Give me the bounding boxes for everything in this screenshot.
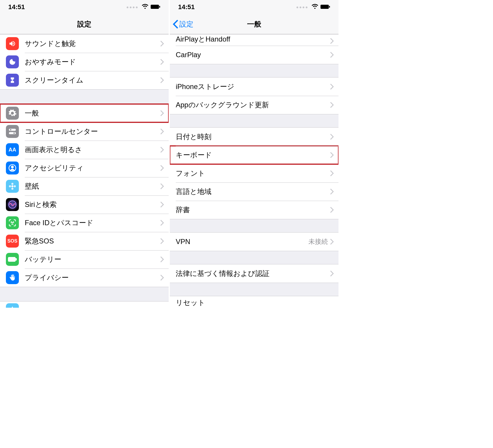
chevron-right-icon: [330, 207, 334, 213]
row-privacy[interactable]: プライバシー: [0, 269, 169, 287]
battery-icon: [6, 253, 19, 266]
wifi-icon: [311, 3, 318, 11]
nav-title: 一般: [247, 19, 261, 29]
row-legal[interactable]: 法律に基づく情報および認証: [170, 264, 338, 283]
row-label: 法律に基づく情報および認証: [176, 269, 330, 278]
toggles-icon: [6, 125, 19, 138]
row-storage[interactable]: iPhoneストレージ: [170, 78, 338, 96]
chevron-right-icon: [330, 152, 334, 158]
aa-icon: AA: [6, 143, 19, 156]
row-accessibility[interactable]: アクセシビリティ: [0, 159, 169, 177]
settings-group: [0, 301, 169, 308]
row-dnd[interactable]: おやすみモード: [0, 53, 169, 71]
row-language[interactable]: 言語と地域: [170, 182, 338, 201]
status-right: ●●●●: [296, 3, 330, 11]
row-keyboard[interactable]: キーボード: [170, 146, 338, 164]
group-gap: [170, 283, 338, 296]
chevron-right-icon: [160, 220, 164, 226]
chevron-right-icon: [330, 271, 334, 276]
row-display[interactable]: AA 画面表示と明るさ: [0, 141, 169, 159]
back-label: 設定: [179, 19, 193, 29]
row-wallpaper[interactable]: 壁紙: [0, 177, 169, 195]
svg-point-5: [14, 133, 15, 134]
nav-title: 設定: [77, 19, 91, 29]
svg-rect-2: [9, 129, 16, 131]
chevron-right-icon: [330, 84, 334, 90]
chevron-right-icon: [160, 202, 164, 207]
row-label: 日付と時刻: [176, 132, 330, 141]
row-faceid[interactable]: Face IDとパスコード: [0, 214, 169, 232]
svg-point-8: [11, 185, 14, 187]
row-label: おやすみモード: [25, 57, 160, 67]
person-icon: [6, 162, 19, 174]
phone-settings: 14:51 ●●●● 設定 サウンドと触覚 おやすみモード スクリーンタイム 一…: [0, 0, 169, 308]
chevron-right-icon: [160, 110, 164, 116]
svg-point-9: [11, 183, 14, 185]
chevron-right-icon: [160, 256, 164, 262]
chevron-right-icon: [160, 183, 164, 189]
chevron-right-icon: [330, 102, 334, 108]
general-group: AirPlayとHandoff CarPlay: [170, 34, 338, 64]
row-label: 言語と地域: [176, 187, 330, 196]
general-group: VPN 未接続: [170, 232, 338, 251]
row-label: スクリーンタイム: [25, 75, 160, 85]
gear-icon: [6, 107, 19, 120]
cellular-dots-icon: ●●●●: [296, 5, 308, 9]
row-airplay[interactable]: AirPlayとHandoff: [170, 34, 338, 46]
row-control-center[interactable]: コントロールセンター: [0, 122, 169, 141]
general-group: 法律に基づく情報および認証: [170, 264, 338, 283]
row-screentime[interactable]: スクリーンタイム: [0, 71, 169, 89]
chevron-right-icon: [160, 59, 164, 65]
row-label: iPhoneストレージ: [176, 82, 330, 91]
chevron-right-icon: [160, 275, 164, 281]
svg-point-10: [11, 188, 14, 190]
chevron-right-icon: [160, 238, 164, 244]
svg-point-7: [11, 166, 14, 168]
nav-bar: 設定: [0, 14, 169, 34]
row-dict[interactable]: 辞書: [170, 201, 338, 219]
row-sounds[interactable]: サウンドと触覚: [0, 34, 169, 53]
wifi-icon: [142, 3, 149, 11]
chevron-right-icon: [160, 147, 164, 153]
row-sos[interactable]: SOS 緊急SOS: [0, 232, 169, 250]
row-label: フォント: [176, 169, 330, 178]
row-label: Siriと検索: [25, 200, 160, 209]
battery-icon: [150, 3, 160, 11]
row-itunes[interactable]: [0, 302, 169, 308]
row-label: Appのバックグラウンド更新: [176, 100, 330, 110]
svg-point-15: [13, 222, 14, 223]
row-label: バッテリー: [25, 255, 160, 264]
row-label: CarPlay: [176, 51, 330, 59]
row-general[interactable]: 一般: [0, 104, 169, 122]
svg-rect-0: [151, 5, 159, 9]
row-label: 一般: [25, 108, 160, 118]
row-label: サウンドと触覚: [25, 39, 160, 48]
status-time: 14:51: [8, 3, 25, 11]
row-bgrefresh[interactable]: Appのバックグラウンド更新: [170, 96, 338, 114]
row-carplay[interactable]: CarPlay: [170, 46, 338, 64]
chevron-right-icon: [160, 129, 164, 134]
row-value: 未接続: [308, 237, 328, 246]
settings-group: 一般 コントロールセンター AA 画面表示と明るさ アクセシビリティ 壁紙 Si…: [0, 104, 169, 287]
svg-rect-18: [321, 5, 329, 9]
svg-point-14: [11, 222, 11, 223]
hourglass-icon: [6, 74, 19, 87]
row-battery[interactable]: バッテリー: [0, 250, 169, 269]
chevron-right-icon: [160, 41, 164, 47]
back-button[interactable]: 設定: [173, 19, 193, 29]
row-datetime[interactable]: 日付と時刻: [170, 128, 338, 146]
svg-rect-1: [159, 6, 160, 8]
speaker-icon: [6, 37, 19, 50]
nav-bar: 設定 一般: [170, 14, 338, 34]
settings-group: サウンドと触覚 おやすみモード スクリーンタイム: [0, 34, 169, 90]
row-reset[interactable]: リセット: [170, 296, 338, 308]
row-siri[interactable]: Siriと検索: [0, 195, 169, 214]
svg-point-3: [10, 129, 11, 131]
row-label: リセット: [176, 298, 334, 307]
svg-rect-19: [329, 6, 330, 8]
phone-general: 14:51 ●●●● 設定 一般 AirPlayとHandoff CarPlay…: [170, 0, 338, 308]
svg-point-12: [14, 185, 16, 187]
row-fonts[interactable]: フォント: [170, 164, 338, 182]
row-vpn[interactable]: VPN 未接続: [170, 233, 338, 251]
svg-point-11: [9, 185, 11, 187]
